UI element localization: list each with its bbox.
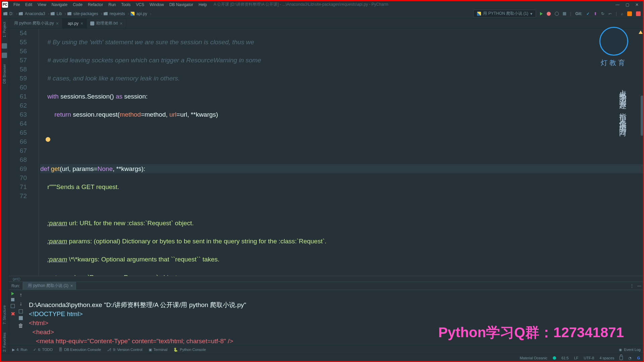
close-icon[interactable]: × <box>120 21 122 26</box>
nav-breadcrumb-bar: D: › Anaconda3 › Lib › site-packages › r… <box>0 9 644 18</box>
menu-view[interactable]: View <box>35 2 49 7</box>
print-icon[interactable] <box>19 316 23 320</box>
debug-button-icon[interactable] <box>547 12 551 16</box>
status-theme[interactable]: Material Oceanic <box>520 356 547 360</box>
menu-edit[interactable]: Edit <box>22 2 35 7</box>
status-line-sep[interactable]: LF <box>574 356 578 360</box>
tool-terminal[interactable]: ▣ Terminal <box>149 348 168 352</box>
python-file-icon <box>477 12 481 16</box>
crumb-drive[interactable]: D: <box>3 11 13 16</box>
tool-run[interactable]: ▶ 4: Run <box>12 348 27 352</box>
vcs-update-icon[interactable]: ✓ <box>586 11 590 16</box>
close-icon[interactable]: × <box>80 21 83 26</box>
theme-dot-icon <box>553 356 556 360</box>
status-encoding[interactable]: UTF-8 <box>584 356 594 360</box>
menu-window[interactable]: Window <box>147 2 167 7</box>
crumb-sitepackages[interactable]: site-packages <box>67 11 98 16</box>
menu-navigate[interactable]: Navigate <box>49 2 70 7</box>
menu-code[interactable]: Code <box>70 2 85 7</box>
window-title: A 公开课 [D:\讲师资料整理\A 公开课] - ...\Anaconda3\… <box>214 2 615 7</box>
stop-button-icon[interactable] <box>563 12 566 15</box>
close-icon[interactable]: × <box>70 284 73 288</box>
status-indent[interactable]: 4 spaces <box>599 356 614 360</box>
stop-icon[interactable] <box>11 298 14 301</box>
attach-icon[interactable] <box>11 304 15 308</box>
tool-db-console[interactable]: 🗄 DB Execution Console <box>59 348 101 352</box>
crumb-requests[interactable]: requests <box>104 11 125 16</box>
menu-run[interactable]: Run <box>106 2 118 7</box>
folder-icon <box>104 12 108 15</box>
intention-bulb-icon[interactable] <box>46 137 50 142</box>
sidebar-tab-project[interactable]: 1: Project <box>2 20 7 39</box>
line-number-gutter: 54555657585960616263646566676869707172 <box>9 28 33 276</box>
exit-icon[interactable]: ✖ <box>11 311 15 317</box>
tool-todo[interactable]: ✓ 6: TODO <box>33 348 53 352</box>
brand-text: 灯教育 <box>601 58 627 67</box>
code-content[interactable]: # By using the 'with' statement we are s… <box>39 28 644 276</box>
structure-icon[interactable] <box>2 53 7 58</box>
left-tool-sidebar: 1: Project DB Browser 7: Structure 2: Fa… <box>0 18 9 354</box>
rerun-icon[interactable] <box>11 292 14 295</box>
tool-python-console[interactable]: 🐍 Python Console <box>173 348 206 352</box>
menu-dbnav[interactable]: DB Navigator <box>167 2 196 7</box>
minimize-panel-icon[interactable]: — <box>637 284 641 288</box>
minimize-icon[interactable]: — <box>615 2 620 7</box>
readonly-lock-icon[interactable] <box>620 356 623 360</box>
google-icon[interactable]: G <box>637 356 640 360</box>
search-icon[interactable]: ⌕ <box>621 11 623 16</box>
python-file-icon <box>130 12 135 16</box>
fold-gutter[interactable] <box>33 28 39 276</box>
editor-scrollbar[interactable] <box>641 96 643 136</box>
tab-assistant-txt[interactable]: 助理老师.txt× <box>87 18 126 28</box>
vcs-history-icon[interactable]: ↻ <box>601 11 604 16</box>
status-caret-pos[interactable]: 61:5 <box>561 356 569 360</box>
ide-feature-icon[interactable] <box>636 11 641 16</box>
run-config-label: 用 PYTHON 爬取小说 (1) <box>483 11 528 16</box>
tab-api-py[interactable]: api.py× <box>62 18 87 28</box>
chevron-down-icon: ▾ <box>530 11 532 16</box>
menu-file[interactable]: File <box>11 2 22 7</box>
bookmark-icon[interactable] <box>2 43 7 49</box>
text-file-icon <box>90 21 94 25</box>
run-button-icon[interactable] <box>540 12 543 15</box>
wrap-icon[interactable] <box>19 309 23 313</box>
folder-icon <box>19 12 23 15</box>
scroll-up-icon[interactable]: ↑ <box>19 292 22 298</box>
vertical-slogan: 点燃学习的兴趣，指引人生前进的方向 <box>618 84 628 125</box>
sidebar-tab-favorites[interactable]: 2: Favorites <box>2 330 7 354</box>
tool-version-control[interactable]: ⎇ 9: Version Control <box>107 348 142 352</box>
close-icon[interactable]: × <box>56 21 59 26</box>
code-editor[interactable]: 54555657585960616263646566676869707172 #… <box>9 28 644 276</box>
coverage-icon[interactable] <box>555 12 559 16</box>
maximize-icon[interactable]: ▢ <box>626 2 629 7</box>
settings-icon[interactable]: ⋮ <box>630 284 634 288</box>
crumb-anaconda[interactable]: Anaconda3 <box>19 11 45 16</box>
close-icon[interactable]: ✕ <box>635 2 639 7</box>
bottom-tool-bar: ▶ 4: Run ✓ 6: TODO 🗄 DB Execution Consol… <box>9 345 644 354</box>
menu-tools[interactable]: Tools <box>118 2 133 7</box>
run-config-tab[interactable]: 用 python 爬取小说 (1)× <box>22 282 76 290</box>
vcs-commit-icon[interactable]: ⬆ <box>594 11 597 16</box>
run-config-selector[interactable]: 用 PYTHON 爬取小说 (1) ▾ <box>473 10 536 17</box>
inspection-icon[interactable]: ◔ <box>628 356 632 360</box>
qq-group-overlay: Python学习Q群：127341871 <box>438 323 624 342</box>
brand-circle-icon <box>599 27 628 56</box>
sidebar-tab-dbbrowser[interactable]: DB Browser <box>2 62 7 86</box>
ide-feature-icon[interactable] <box>627 11 632 16</box>
trash-icon[interactable]: 🗑 <box>18 323 23 329</box>
tab-novel-py[interactable]: 用 python 爬取小说.py× <box>9 18 62 28</box>
breadcrumb-context[interactable]: get() <box>9 276 644 282</box>
menu-help[interactable]: Help <box>196 2 210 7</box>
menu-vcs[interactable]: VCS <box>133 2 147 7</box>
warning-indicator-icon[interactable] <box>639 31 643 34</box>
vcs-revert-icon[interactable]: ⤺ <box>608 11 612 16</box>
crumb-file[interactable]: api.py <box>130 11 147 16</box>
sidebar-tab-structure[interactable]: 7: Structure <box>2 303 7 326</box>
scroll-down-icon[interactable]: ↓ <box>19 301 22 307</box>
menu-refactor[interactable]: Refactor <box>85 2 106 7</box>
tool-event-log[interactable]: ◉ Event Log <box>619 348 641 352</box>
folder-icon <box>67 12 71 15</box>
crumb-lib[interactable]: Lib <box>51 11 62 16</box>
folder-icon <box>3 12 7 15</box>
pycharm-logo-icon: PC <box>2 2 8 8</box>
